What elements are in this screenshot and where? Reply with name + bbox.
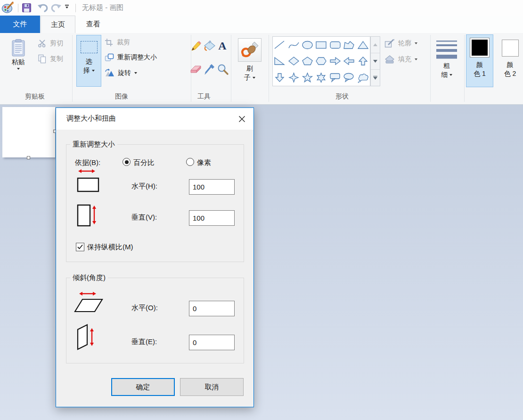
qat-menu-icon (65, 5, 69, 6)
titlebar-divider (18, 4, 18, 12)
eyedropper-tool-button[interactable] (204, 63, 216, 77)
gallery-scroll-down-button[interactable] (371, 53, 380, 70)
shape-left-arrow-icon[interactable] (342, 53, 356, 70)
gallery-scroll-up-button[interactable] (371, 37, 380, 53)
titlebar-divider (75, 4, 76, 12)
shape-diamond-icon[interactable] (286, 53, 300, 70)
shape-pentagon-icon[interactable] (301, 53, 314, 70)
shape-curve-icon[interactable] (286, 37, 300, 53)
redo-icon (50, 2, 62, 13)
shape-up-arrow-icon[interactable] (356, 53, 370, 70)
paste-button[interactable]: 粘贴 (6, 35, 31, 84)
close-button[interactable] (234, 112, 249, 125)
shape-hexagon-icon[interactable] (314, 53, 328, 70)
rotate-button[interactable]: 旋转 (105, 68, 137, 77)
resize-horizontal-input[interactable] (189, 179, 235, 195)
skew-vertical-icon (76, 324, 100, 353)
size-icon (436, 40, 457, 59)
shape-line-icon[interactable] (273, 37, 286, 53)
resize-horizontal-icon (77, 168, 100, 195)
canvas[interactable] (2, 107, 55, 157)
shape-gallery (272, 36, 370, 86)
tools-group-label: 工具 (197, 92, 211, 101)
ok-button[interactable]: 确定 (111, 378, 175, 396)
ribbon-tabs: 文件 主页 查看 (0, 16, 523, 33)
pencil-tool-button[interactable] (190, 40, 202, 54)
canvas-resize-handle-bottom[interactable] (27, 156, 30, 159)
shape-five-point-star-icon[interactable] (301, 69, 314, 86)
rotate-icon (105, 68, 114, 77)
pencil-icon (190, 40, 202, 52)
skew-vertical-input[interactable] (189, 335, 235, 350)
shape-six-point-star-icon[interactable] (314, 69, 328, 86)
resize-horizontal-label: 水平(H): (131, 182, 157, 191)
color1-button[interactable]: 颜 色 1 (466, 34, 493, 87)
tab-file[interactable]: 文件 (0, 16, 40, 33)
shape-rounded-callout-icon[interactable] (328, 69, 342, 86)
copy-button[interactable]: 复制 (38, 54, 63, 64)
gallery-more-icon (373, 77, 377, 80)
brush-button[interactable]: 刷 子 (235, 35, 265, 87)
shape-rounded-rectangle-icon[interactable] (328, 37, 342, 53)
qat-menu-button[interactable] (65, 5, 69, 8)
fill-button[interactable]: 填充 (384, 55, 417, 64)
shape-right-arrow-icon[interactable] (328, 53, 342, 70)
check-icon (77, 244, 83, 250)
gallery-more-button[interactable] (371, 70, 380, 86)
shape-cloud-callout-icon[interactable] (356, 69, 370, 86)
resize-by-label: 依据(B): (75, 158, 100, 167)
shape-oval-callout-icon[interactable] (342, 69, 356, 86)
shape-right-triangle-icon[interactable] (273, 53, 286, 70)
skew-horizontal-input[interactable] (189, 301, 235, 316)
outline-button[interactable]: 轮廓 (384, 39, 417, 48)
copy-icon (38, 54, 47, 64)
eraser-icon (190, 63, 202, 75)
pixels-radio-label: 像素 (197, 158, 211, 167)
skew-horizontal-label: 水平(O): (131, 304, 158, 313)
skew-group-label: 倾斜(角度) (70, 273, 108, 282)
shape-oval-icon[interactable] (301, 37, 314, 53)
dialog-titlebar[interactable]: 调整大小和扭曲 (56, 108, 253, 130)
close-icon (238, 115, 245, 123)
undo-icon (37, 2, 49, 13)
cut-button[interactable]: 剪切 (38, 39, 63, 48)
paint-logo-icon (1, 1, 15, 16)
undo-button[interactable] (37, 2, 49, 13)
shape-polygon-icon[interactable] (342, 37, 356, 53)
select-button[interactable]: 选 择 (76, 35, 101, 87)
eraser-tool-button[interactable] (190, 63, 202, 77)
eyedropper-icon (204, 63, 216, 75)
keep-aspect-checkbox[interactable] (76, 243, 84, 251)
color2-swatch (502, 40, 519, 57)
shape-triangle-icon[interactable] (356, 37, 370, 53)
crop-button[interactable]: 裁剪 (105, 38, 130, 47)
scroll-up-icon (373, 43, 377, 46)
paint-window: 无标题 - 画图 文件 主页 查看 粘贴 (0, 0, 523, 420)
pixels-radio[interactable] (186, 158, 194, 166)
percent-radio[interactable] (123, 158, 131, 166)
save-icon (22, 3, 32, 13)
tab-home[interactable]: 主页 (41, 16, 75, 33)
magnifier-tool-button[interactable] (217, 63, 229, 77)
resize-group-label: 重新调整大小 (70, 140, 117, 149)
resize-image-icon (105, 53, 114, 62)
shape-four-point-star-icon[interactable] (286, 69, 300, 86)
paste-icon (11, 39, 26, 58)
outline-icon (384, 39, 395, 48)
skew-vertical-label: 垂直(E): (131, 338, 157, 346)
percent-radio-label: 百分比 (133, 158, 155, 167)
text-tool-button[interactable]: A (216, 40, 229, 53)
resize-image-button[interactable]: 重新调整大小 (105, 53, 157, 62)
tab-view[interactable]: 查看 (79, 16, 107, 33)
dialog-title: 调整大小和扭曲 (66, 114, 116, 123)
shape-rectangle-icon[interactable] (314, 37, 328, 53)
cut-icon (38, 39, 47, 48)
color2-button[interactable]: 颜 色 2 (497, 34, 523, 87)
redo-button[interactable] (50, 2, 62, 13)
size-button[interactable]: 粗 细 (433, 35, 460, 87)
cancel-button[interactable]: 取消 (180, 378, 244, 396)
shape-down-arrow-icon[interactable] (273, 69, 286, 86)
save-button[interactable] (22, 3, 32, 13)
fill-tool-button[interactable] (204, 40, 216, 54)
resize-vertical-input[interactable] (189, 210, 235, 226)
